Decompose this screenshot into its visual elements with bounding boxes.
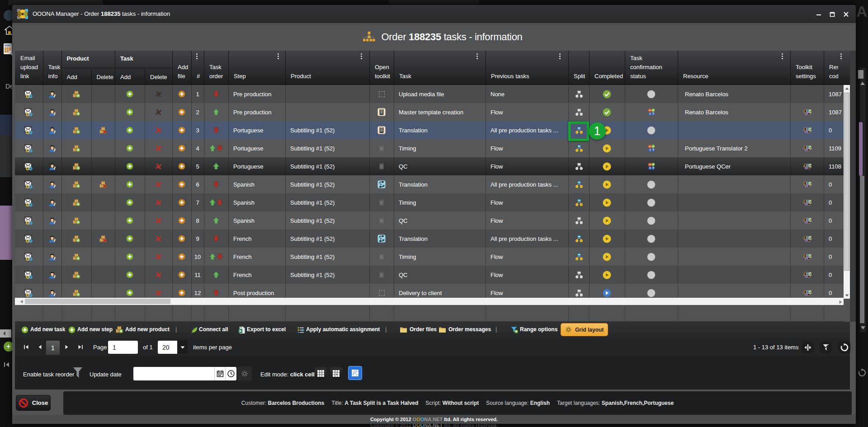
svg-text:?: ? bbox=[652, 112, 654, 115]
svg-text:?: ? bbox=[652, 166, 654, 169]
svg-text:i: i bbox=[649, 166, 650, 169]
svg-text:18: 18 bbox=[382, 184, 385, 187]
svg-text:?: ? bbox=[652, 148, 654, 151]
svg-text:i: i bbox=[649, 112, 650, 115]
svg-text:18: 18 bbox=[382, 239, 385, 241]
svg-text:i: i bbox=[649, 148, 650, 151]
svg-text:S: S bbox=[380, 183, 382, 186]
svg-text:S: S bbox=[380, 237, 382, 240]
